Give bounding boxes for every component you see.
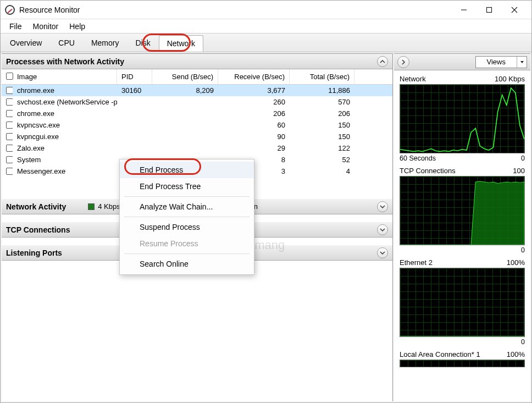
tab-network[interactable]: Network [159, 35, 203, 52]
cell-send: 8,209 [152, 86, 218, 95]
nav-right-button[interactable] [397, 56, 409, 68]
row-checkbox[interactable] [6, 168, 13, 175]
context-suspend-process[interactable]: Suspend Process [120, 219, 254, 235]
chevron-down-icon [380, 204, 385, 209]
col-pid[interactable]: PID [117, 69, 152, 84]
chevron-down-icon [520, 60, 524, 64]
section-title: Listening Ports [6, 249, 62, 257]
views-dropdown-arrow[interactable] [517, 57, 527, 68]
minimize-button[interactable] [451, 2, 476, 18]
row-checkbox[interactable] [6, 145, 13, 152]
views-dropdown[interactable]: Views [475, 56, 527, 68]
chevron-right-icon [401, 59, 406, 65]
tab-cpu[interactable]: CPU [50, 35, 83, 51]
chart-scale: 100 [513, 167, 525, 175]
cell-image: Messenger.exe [13, 167, 117, 175]
context-end-process-tree[interactable]: End Process Tree [120, 178, 254, 195]
section-title: TCP Connections [6, 225, 70, 234]
chart-canvas [400, 360, 525, 367]
chart-scale: 100% [507, 350, 525, 358]
cell-image: chrome.exe [13, 109, 117, 118]
expand-toggle[interactable] [377, 201, 388, 212]
expand-toggle[interactable] [377, 224, 388, 235]
right-pane: Views Network 100 Kbps 60 Seconds 0 TCP … [394, 53, 530, 401]
cell-image: chrome.exe [13, 86, 117, 95]
cell-total: 206 [290, 109, 354, 118]
cell-total: 52 [290, 156, 354, 164]
row-checkbox[interactable] [6, 122, 13, 129]
chevron-up-icon [380, 59, 385, 64]
table-row[interactable]: chrome.exe 206 206 [2, 108, 392, 119]
table-row[interactable]: kvpncgui.exe 90 150 [2, 131, 392, 142]
chart-scale: 100 Kbps [495, 75, 525, 83]
minimize-icon [461, 7, 467, 13]
maximize-button[interactable] [476, 2, 502, 18]
cell-total: 150 [290, 121, 354, 129]
collapse-toggle[interactable] [377, 56, 388, 67]
expand-toggle[interactable] [377, 247, 388, 258]
context-menu: End ProcessEnd Process TreeAnalyze Wait … [119, 159, 254, 275]
col-send[interactable]: Send (B/sec) [152, 69, 218, 84]
chevron-down-icon [380, 227, 385, 233]
right-toolbar: Views [394, 54, 530, 70]
chart-title: TCP Connections [400, 167, 456, 175]
menu-monitor[interactable]: Monitor [27, 21, 64, 32]
cell-image: svchost.exe (NetworkService -p [13, 98, 117, 106]
col-image[interactable]: Image [13, 69, 117, 84]
close-icon [511, 7, 518, 13]
chart-scale: 100% [507, 258, 525, 267]
table-row[interactable]: svchost.exe (NetworkService -p 260 570 [2, 96, 392, 108]
cell-recv: 90 [218, 133, 290, 141]
chart-footer-right: 0 [521, 338, 525, 346]
chart-canvas [400, 84, 525, 153]
context-end-process[interactable]: End Process [120, 162, 254, 178]
menu-help[interactable]: Help [64, 21, 91, 32]
section-title: Network Activity [6, 202, 66, 211]
tab-disk[interactable]: Disk [127, 35, 158, 51]
row-checkbox[interactable] [6, 98, 13, 106]
chart-canvas [400, 268, 525, 337]
chart-local-area-connection-1: Local Area Connection* 1 100% [400, 349, 525, 371]
chart-footer-right: 0 [521, 246, 525, 254]
row-checkbox[interactable] [6, 156, 13, 163]
close-button[interactable] [502, 2, 527, 18]
context-separator [124, 253, 250, 254]
title-bar: Resource Monitor [1, 1, 531, 19]
tab-overview[interactable]: Overview [2, 35, 50, 51]
col-total[interactable]: Total (B/sec) [290, 69, 354, 84]
context-search-online[interactable]: Search Online [120, 256, 254, 272]
cell-total: 570 [290, 98, 354, 106]
chart-ethernet-2: Ethernet 2 100% 0 [400, 257, 525, 348]
body-area: Processes with Network Activity Image PI… [1, 52, 531, 402]
col-recv[interactable]: Receive (B/sec) [218, 69, 290, 84]
context-separator [124, 217, 250, 217]
app-icon [5, 5, 15, 15]
tab-bar: OverviewCPUMemoryDiskNetwork [1, 34, 531, 52]
menu-bar: FileMonitorHelp [1, 19, 531, 34]
chart-title: Local Area Connection* 1 [400, 350, 480, 358]
table-row[interactable]: kvpncsvc.exe 60 150 [2, 119, 392, 131]
chart-canvas [400, 176, 525, 245]
cell-total: 122 [290, 144, 354, 152]
row-checkbox[interactable] [6, 87, 13, 94]
table-row[interactable]: chrome.exe 30160 8,209 3,677 11,886 [2, 85, 392, 96]
menu-file[interactable]: File [4, 21, 27, 32]
chart-network: Network 100 Kbps 60 Seconds 0 [400, 74, 525, 164]
cell-recv: 260 [218, 98, 290, 106]
cell-image: Zalo.exe [13, 144, 117, 152]
processes-section-header[interactable]: Processes with Network Activity [2, 54, 392, 69]
chart-title: Network [400, 75, 426, 83]
table-row[interactable]: Zalo.exe 29 122 [2, 142, 392, 154]
maximize-icon [486, 7, 492, 13]
cell-image: kvpncgui.exe [13, 133, 117, 141]
views-label: Views [476, 57, 517, 68]
row-checkbox[interactable] [6, 133, 13, 140]
context-resume-process: Resume Process [120, 235, 254, 252]
cell-total: 150 [290, 133, 354, 141]
context-analyze-wait-chain-[interactable]: Analyze Wait Chain... [120, 198, 254, 215]
tab-memory[interactable]: Memory [83, 35, 128, 51]
cell-recv: 3,677 [218, 86, 290, 95]
cell-total: 4 [290, 167, 354, 175]
row-checkbox[interactable] [6, 110, 13, 117]
processes-section-title: Processes with Network Activity [6, 57, 124, 66]
